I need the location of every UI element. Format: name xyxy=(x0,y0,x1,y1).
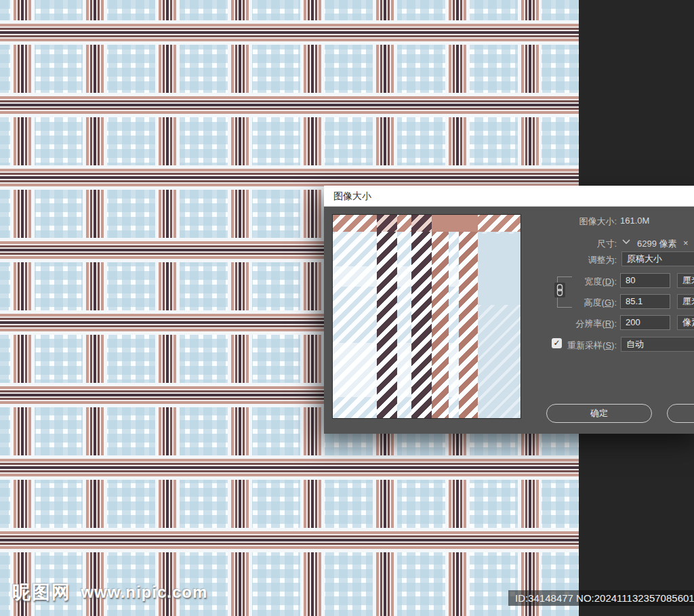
resample-method-select[interactable]: 自动 xyxy=(621,337,694,352)
cancel-button[interactable] xyxy=(667,404,694,423)
preview-plaid-salmon-column xyxy=(459,215,478,418)
preview-plaid-top-solid xyxy=(432,215,478,232)
preview-plaid-white-band xyxy=(333,266,478,287)
site-watermark-name: 昵图网 xyxy=(12,582,71,602)
dimensions-value: 6299 像素 xyxy=(637,238,677,250)
preview-plaid-top-dark xyxy=(411,215,432,232)
dialog-title: 图像大小 xyxy=(333,190,371,201)
site-watermark: 昵图网 www.nipic.com xyxy=(12,580,207,603)
height-input[interactable]: 85.1 xyxy=(620,294,670,309)
preview-plaid-top-dark xyxy=(377,215,397,232)
stock-id-bar: ID:34148477 NO:20241113235708560109 xyxy=(508,590,694,606)
image-size-dialog: 图像大小 图像大小: 161.0M 尺寸: xyxy=(324,186,694,434)
resolution-unit-select[interactable]: 像素 xyxy=(677,315,694,330)
preview-plaid-blue-solid xyxy=(478,234,520,305)
resolution-input[interactable]: 200 xyxy=(620,315,670,330)
preview-plaid-maroon-column xyxy=(411,215,432,418)
width-input[interactable]: 80 xyxy=(620,273,670,288)
link-dimensions-icon[interactable] xyxy=(554,283,565,297)
preview-plaid-top-band xyxy=(333,215,520,232)
height-unit-select[interactable]: 厘米 xyxy=(677,294,694,309)
dialog-titlebar[interactable]: 图像大小 xyxy=(324,186,694,207)
ok-button[interactable]: 确定 xyxy=(546,404,652,423)
preview-plaid-maroon-column xyxy=(377,215,397,418)
fit-to-select[interactable]: 原稿大小 xyxy=(621,251,694,266)
site-watermark-url: www.nipic.com xyxy=(81,583,207,601)
preview-plaid-blue-column xyxy=(478,215,520,418)
width-unit-select[interactable]: 厘米 xyxy=(677,273,694,288)
preview-plaid-salmon-column xyxy=(432,215,449,418)
dimensions-chevron-icon[interactable] xyxy=(619,235,634,249)
dialog-body: 图像大小: 161.0M 尺寸: 6299 像素 × 调整为: 原稿大小 宽度(… xyxy=(324,207,694,434)
image-size-value: 161.0M xyxy=(620,215,649,226)
dimensions-times-symbol: × xyxy=(683,238,689,248)
preview-plaid-white-band xyxy=(333,343,478,397)
